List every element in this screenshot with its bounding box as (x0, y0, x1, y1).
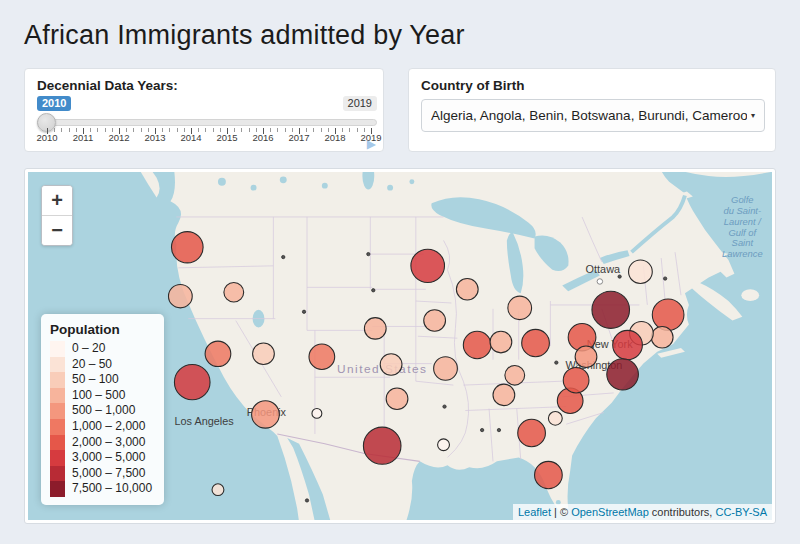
tiny-state-dot[interactable] (367, 252, 370, 255)
tiny-state-dot[interactable] (497, 428, 500, 431)
state-circle-nm[interactable] (312, 409, 322, 419)
country-select[interactable]: Algeria, Angola, Benin, Botswana, Burund… (421, 99, 765, 132)
slider-minor-tick (126, 128, 127, 132)
tiny-state-dot[interactable] (305, 499, 308, 502)
slider-minor-tick (270, 128, 271, 132)
slider-minor-tick (313, 128, 314, 132)
state-circle-sc[interactable] (548, 411, 562, 425)
slider-track[interactable] (37, 119, 377, 126)
legend-range-label: 50 – 100 (72, 372, 119, 388)
state-circle-va[interactable] (563, 368, 589, 393)
state-circle-ks[interactable] (380, 354, 402, 376)
state-circle-de[interactable] (607, 359, 639, 390)
state-circle-ia[interactable] (424, 310, 446, 332)
state-circle-in[interactable] (490, 331, 512, 353)
legend-row: 2,000 – 3,000 (50, 435, 152, 451)
country-filter-label: Country of Birth (421, 78, 525, 93)
state-circle-ny[interactable] (592, 291, 630, 328)
state-circle-mi[interactable] (508, 296, 532, 319)
slider-minor-tick (162, 128, 163, 132)
map-label: Lawrence (722, 249, 763, 259)
legend-range-label: 500 – 1,000 (72, 403, 135, 419)
leaflet-map[interactable]: OttawaUnited StatesLos AngelesPhoenixNew… (28, 172, 772, 520)
state-circle-ca[interactable] (174, 365, 210, 400)
leaflet-link[interactable]: Leaflet (518, 506, 551, 518)
slider-minor-tick (112, 128, 113, 132)
slider-minor-tick (256, 128, 257, 132)
slider-minor-tick (321, 128, 322, 132)
slider-minor-tick (198, 128, 199, 132)
tiny-state-dot[interactable] (443, 405, 446, 408)
tiny-state-dot[interactable] (618, 275, 621, 278)
map-attribution: Leaflet | © OpenStreetMap contributors, … (513, 504, 772, 520)
slider-minor-tick (328, 128, 329, 132)
state-circle-ct[interactable] (651, 326, 673, 348)
state-circle-id[interactable] (224, 282, 244, 302)
state-circle-wi[interactable] (456, 279, 478, 301)
slider-minor-tick (349, 128, 350, 132)
legend-swatch (50, 419, 65, 435)
slider-minor-tick (133, 128, 134, 132)
tiny-state-dot[interactable] (663, 277, 666, 280)
state-circle-co[interactable] (309, 344, 335, 369)
osm-link[interactable]: OpenStreetMap (571, 506, 649, 518)
legend-swatch (50, 357, 65, 373)
state-circle-il[interactable] (463, 331, 491, 358)
zoom-out-button[interactable]: − (42, 216, 72, 245)
attribution-text: | © (551, 506, 571, 518)
slider-tick-label: 2010 (36, 132, 57, 143)
state-circle-nv[interactable] (205, 341, 231, 366)
slider-minor-tick (285, 128, 286, 132)
state-circle-fl[interactable] (535, 461, 563, 488)
tiny-state-dot[interactable] (372, 289, 375, 292)
state-circle-ut[interactable] (253, 343, 275, 365)
map-label: Laurent / (724, 217, 762, 227)
slider-minor-tick (148, 128, 149, 132)
state-circle-ma[interactable] (652, 299, 684, 330)
country-select-value: Algeria, Angola, Benin, Botswana, Burund… (431, 108, 747, 123)
map-label: Golfe (731, 195, 753, 205)
state-circle-tn[interactable] (493, 384, 515, 406)
legend-range-label: 7,500 – 10,000 (72, 481, 152, 497)
state-circle-la[interactable] (438, 439, 450, 451)
license-link[interactable]: CC-BY-SA (715, 506, 767, 518)
legend-row: 7,500 – 10,000 (50, 481, 152, 497)
play-button[interactable]: ▶ (367, 137, 376, 151)
map-panel: OttawaUnited StatesLos AngelesPhoenixNew… (24, 168, 776, 524)
legend-row: 50 – 100 (50, 372, 152, 388)
state-circle-mo[interactable] (434, 357, 458, 380)
slider-minor-tick (76, 128, 77, 132)
slider-minor-tick (61, 128, 62, 132)
state-circle-ok[interactable] (386, 388, 408, 410)
state-circle-vt[interactable] (629, 260, 653, 283)
legend-range-label: 5,000 – 7,500 (72, 466, 145, 482)
state-circle-tx[interactable] (363, 427, 401, 464)
map-label: Saint (732, 238, 754, 248)
legend-row: 5,000 – 7,500 (50, 466, 152, 482)
legend-swatch (50, 388, 65, 404)
tiny-state-dot[interactable] (282, 255, 285, 258)
slider-tick-label: 2016 (252, 132, 273, 143)
state-circle-az[interactable] (252, 401, 280, 428)
state-circle-ne[interactable] (364, 318, 386, 340)
state-circle-nj[interactable] (613, 330, 643, 359)
slider-minor-tick (177, 128, 178, 132)
state-circle-ky[interactable] (505, 366, 525, 386)
state-circle-bc[interactable] (212, 484, 224, 496)
slider-minor-tick (69, 128, 70, 132)
legend-row: 0 – 20 (50, 341, 152, 357)
state-circle-ga[interactable] (518, 419, 546, 446)
state-circle-oh[interactable] (522, 329, 550, 356)
tiny-state-dot[interactable] (555, 361, 558, 364)
slider-tick-label: 2017 (288, 132, 309, 143)
state-circle-mn[interactable] (411, 249, 445, 282)
legend-row: 1,000 – 2,000 (50, 419, 152, 435)
state-circle-or[interactable] (168, 284, 192, 307)
tiny-state-dot[interactable] (302, 310, 305, 313)
state-circle-md[interactable] (575, 346, 597, 368)
zoom-in-button[interactable]: + (42, 186, 72, 216)
state-circle-wa[interactable] (171, 232, 203, 263)
legend-swatch (50, 372, 65, 388)
tiny-state-dot[interactable] (480, 428, 483, 431)
slider-minor-tick (292, 128, 293, 132)
